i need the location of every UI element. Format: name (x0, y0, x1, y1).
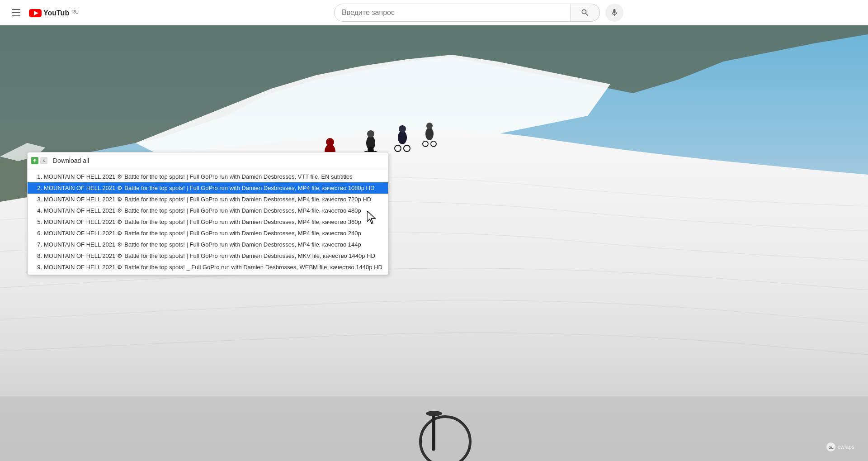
download-list-item[interactable]: 5. MOUNTAIN OF HELL 2021 ⚙ Battle for th… (28, 216, 388, 228)
svg-rect-24 (432, 414, 435, 451)
watermark-icon: OL (826, 442, 836, 452)
item-title: MOUNTAIN OF HELL 2021 (44, 173, 115, 180)
panel-close-button[interactable]: × (40, 157, 47, 164)
download-list-item[interactable]: 8. MOUNTAIN OF HELL 2021 ⚙ Battle for th… (28, 250, 388, 261)
item-title: MOUNTAIN OF HELL 2021 (44, 196, 115, 203)
item-title: MOUNTAIN OF HELL 2021 (44, 207, 115, 214)
download-list-item[interactable]: 7. MOUNTAIN OF HELL 2021 ⚙ Battle for th… (28, 239, 388, 250)
item-number: 8. (33, 252, 42, 259)
item-icon: ⚙ (117, 241, 123, 248)
item-icon: ⚙ (117, 185, 123, 191)
panel-header: × Download all (28, 152, 388, 169)
item-title: MOUNTAIN OF HELL 2021 (44, 219, 115, 225)
header: YouTube RU (0, 0, 868, 25)
item-title: MOUNTAIN OF HELL 2021 (44, 241, 115, 248)
item-details: Battle for the top spots! | Full GoPro r… (124, 219, 361, 225)
download-list-item[interactable]: 6. MOUNTAIN OF HELL 2021 ⚙ Battle for th… (28, 228, 388, 239)
item-details: Battle for the top spots! | Full GoPro r… (124, 252, 375, 259)
item-icon: ⚙ (117, 252, 123, 259)
item-icon: ⚙ (117, 264, 123, 271)
download-list-item[interactable]: 4. MOUNTAIN OF HELL 2021 ⚙ Battle for th… (28, 205, 388, 216)
mic-button[interactable] (605, 4, 623, 22)
youtube-logo[interactable]: YouTube RU (29, 8, 79, 17)
item-number: 2. (33, 185, 42, 191)
item-number: 4. (33, 207, 42, 214)
item-icon: ⚙ (117, 230, 123, 237)
item-number: 9. (33, 264, 42, 271)
youtube-logo-icon: YouTube (29, 8, 70, 17)
svg-point-25 (426, 411, 442, 416)
item-details: Battle for the top spots! | Full GoPro r… (124, 207, 361, 214)
item-details: Battle for the top spots! | Full GoPro r… (124, 196, 371, 203)
download-list-item[interactable]: 2. MOUNTAIN OF HELL 2021 ⚙ Battle for th… (28, 182, 388, 194)
item-title: MOUNTAIN OF HELL 2021 (44, 185, 115, 191)
download-list: 1. MOUNTAIN OF HELL 2021 ⚙ Battle for th… (28, 169, 388, 275)
main-content: × Download all 1. MOUNTAIN OF HELL 2021 … (0, 0, 868, 461)
item-details: Battle for the top spots! | Full GoPro r… (124, 185, 374, 191)
item-icon: ⚙ (117, 196, 123, 203)
item-details: Battle for the top spots! | Full GoPro r… (124, 241, 361, 248)
download-panel: × Download all 1. MOUNTAIN OF HELL 2021 … (27, 152, 388, 275)
download-list-item[interactable]: 9. MOUNTAIN OF HELL 2021 ⚙ Battle for th… (28, 261, 388, 273)
panel-icon (31, 157, 38, 164)
svg-text:YouTube: YouTube (43, 9, 70, 17)
search-container (334, 4, 623, 22)
download-list-item[interactable]: 1. MOUNTAIN OF HELL 2021 ⚙ Battle for th… (28, 171, 388, 182)
search-button[interactable] (571, 4, 600, 22)
item-icon: ⚙ (117, 219, 123, 225)
search-input[interactable] (335, 4, 571, 21)
menu-button[interactable] (7, 4, 25, 22)
item-icon: ⚙ (117, 207, 123, 214)
mic-icon (610, 8, 619, 17)
item-details: Battle for the top spots! _ Full GoPro r… (124, 264, 382, 271)
search-icon (580, 8, 590, 17)
svg-point-5 (326, 138, 334, 146)
download-list-item[interactable]: 3. MOUNTAIN OF HELL 2021 ⚙ Battle for th… (28, 194, 388, 205)
svg-point-15 (399, 125, 406, 133)
item-number: 1. (33, 173, 42, 180)
item-title: MOUNTAIN OF HELL 2021 (44, 264, 115, 271)
svg-point-19 (426, 123, 433, 129)
video-area: × Download all 1. MOUNTAIN OF HELL 2021 … (0, 25, 868, 461)
logo-country: RU (71, 9, 79, 14)
item-icon: ⚙ (117, 173, 123, 180)
item-details: Battle for the top spots! | Full GoPro r… (124, 230, 361, 237)
svg-marker-27 (33, 159, 37, 162)
item-number: 7. (33, 241, 42, 248)
search-input-wrap (334, 4, 571, 22)
item-details: Battle for the top spots! | Full GoPro r… (124, 173, 353, 180)
watermark-text: owlaps (838, 444, 854, 450)
svg-point-18 (425, 128, 434, 140)
item-number: 5. (33, 219, 42, 225)
download-all-button[interactable]: Download all (49, 155, 93, 166)
item-title: MOUNTAIN OF HELL 2021 (44, 230, 115, 237)
item-number: 6. (33, 230, 42, 237)
svg-point-14 (398, 131, 407, 144)
watermark: OL owlaps (826, 442, 854, 452)
svg-point-10 (367, 130, 374, 138)
item-number: 3. (33, 196, 42, 203)
svg-text:OL: OL (828, 446, 833, 450)
item-title: MOUNTAIN OF HELL 2021 (44, 252, 115, 259)
